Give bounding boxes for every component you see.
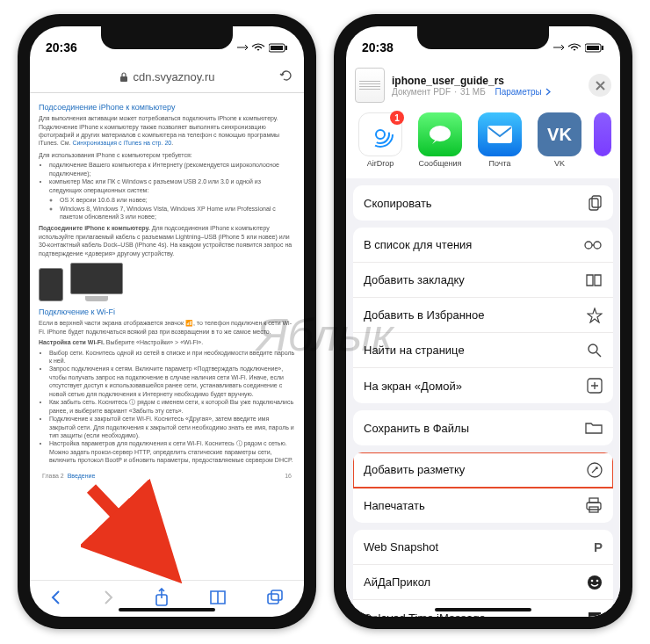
action-add-favorites[interactable]: Добавить в Избранное	[353, 298, 613, 333]
svg-point-10	[376, 130, 385, 139]
smile-icon	[587, 575, 603, 590]
airdrop-badge: 1	[390, 111, 404, 125]
markup-icon	[587, 462, 603, 478]
document-size: 31 МБ	[460, 87, 486, 97]
app-messages[interactable]: Сообщения	[415, 112, 466, 168]
svg-rect-2	[285, 46, 287, 50]
print-icon	[585, 497, 603, 513]
share-sheet-header: iphone_user_guide_rs Документ PDF · 31 М…	[346, 62, 620, 109]
svg-rect-1	[271, 46, 283, 50]
svg-rect-6	[271, 590, 282, 600]
heading-wifi: Подключение к Wi-Fi	[39, 307, 295, 317]
notch	[417, 26, 549, 49]
svg-point-11	[372, 126, 389, 143]
red-arrow	[81, 478, 195, 592]
status-time: 20:38	[362, 40, 394, 54]
action-reading-list[interactable]: В список для чтения	[353, 228, 613, 263]
action-print[interactable]: Напечатать	[353, 488, 613, 523]
actions-list[interactable]: Скопировать В список для чтения Добавить…	[346, 178, 620, 617]
messages-icon	[427, 123, 453, 146]
document-params-link[interactable]: Параметры	[495, 87, 542, 97]
svg-rect-3	[120, 76, 127, 82]
svg-point-17	[585, 242, 592, 249]
document-type: Документ PDF	[392, 87, 451, 97]
svg-point-27	[596, 579, 599, 582]
status-time: 20:36	[46, 40, 77, 54]
phone-frame-left: 20:36 cdn.svyaznoy.ru Подсоединение iPho…	[18, 14, 316, 629]
airplane-icon	[237, 43, 248, 52]
wifi-icon	[567, 43, 581, 52]
heading-connect: Подсоединение iPhone к компьютеру	[39, 102, 295, 112]
close-button[interactable]	[589, 74, 611, 97]
svg-point-19	[589, 344, 597, 353]
battery-icon	[269, 43, 288, 53]
back-button[interactable]	[50, 590, 62, 609]
add-square-icon	[587, 378, 603, 394]
svg-rect-8	[587, 46, 599, 50]
action-web-snapshot[interactable]: Web Snapshot P	[353, 530, 613, 565]
document-thumbnail	[355, 68, 385, 103]
action-copy[interactable]: Скопировать	[353, 185, 613, 221]
wifi-icon	[251, 43, 265, 52]
action-find-on-page[interactable]: Найти на странице	[353, 333, 613, 368]
tabs-button[interactable]	[266, 590, 284, 609]
action-add-home-screen[interactable]: На экран «Домой»	[353, 368, 613, 403]
url-bar[interactable]: cdn.svyaznoy.ru	[30, 62, 304, 93]
app-vk[interactable]: VK VK	[534, 112, 585, 168]
svg-rect-5	[268, 594, 278, 604]
svg-point-26	[591, 579, 594, 582]
svg-point-18	[594, 242, 601, 249]
mail-icon	[486, 124, 514, 145]
home-indicator[interactable]	[119, 608, 215, 611]
svg-rect-9	[602, 46, 603, 50]
svg-rect-23	[589, 498, 598, 503]
share-apps-row[interactable]: 1 AirDrop Сообщения Почта VK VK	[346, 109, 620, 178]
airdrop-icon	[365, 119, 395, 149]
svg-rect-16	[592, 196, 601, 207]
folder-icon	[585, 421, 603, 435]
bookmarks-button[interactable]	[209, 590, 227, 609]
lock-icon	[119, 72, 128, 83]
close-icon	[596, 81, 605, 90]
reload-button[interactable]	[279, 69, 293, 85]
app-mail[interactable]: Почта	[474, 112, 525, 168]
home-indicator[interactable]	[435, 608, 531, 611]
svg-point-25	[588, 575, 602, 590]
document-name: iphone_user_guide_rs	[392, 75, 581, 87]
svg-point-13	[430, 126, 451, 141]
glasses-icon	[583, 240, 603, 250]
action-aida[interactable]: АйДаПрикол	[353, 565, 613, 600]
svg-rect-15	[589, 199, 598, 210]
star-icon	[587, 308, 603, 323]
svg-rect-14	[488, 126, 512, 143]
action-markup[interactable]: Добавить разметку	[353, 452, 613, 488]
copy-icon	[587, 194, 603, 212]
action-add-bookmark[interactable]: Добавить закладку	[353, 263, 613, 298]
status-indicators	[237, 43, 288, 53]
url-text: cdn.svyaznoy.ru	[134, 70, 215, 83]
search-icon	[587, 343, 603, 358]
phone-frame-right: 20:38 iphone_user_guide_rs Документ PDF …	[334, 14, 632, 629]
p-icon: P	[594, 539, 603, 554]
status-indicators	[553, 43, 604, 53]
action-save-to-files[interactable]: Сохранить в Файлы	[353, 410, 613, 445]
chevron-right-icon	[545, 88, 551, 96]
app-more[interactable]	[594, 112, 611, 168]
notch	[101, 26, 233, 49]
battery-icon	[585, 43, 604, 53]
link-itunes-sync[interactable]: Синхронизация с iTunes на стр. 20	[72, 140, 171, 146]
device-illustration	[39, 263, 295, 301]
app-airdrop[interactable]: 1 AirDrop	[355, 112, 406, 168]
chat-icon	[587, 611, 603, 617]
book-icon	[585, 273, 603, 287]
airplane-icon	[553, 43, 564, 52]
